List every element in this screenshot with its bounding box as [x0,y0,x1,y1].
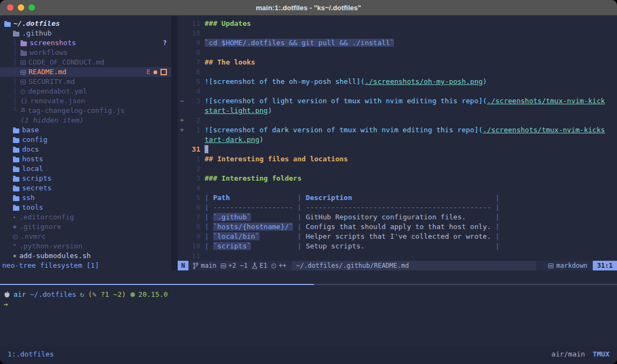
tree-item-tools[interactable]: tools [0,203,171,212]
tree-item-dependabot-yml[interactable]: │dependabot.yml [0,87,171,96]
folder-open-icon [4,22,11,27]
folder-icon [13,177,19,182]
line-number: 6 [186,203,200,212]
asterisk-icon: * [13,241,17,251]
editor-line[interactable]: 10| `scripts` | Setup scripts. | [178,241,617,251]
tree-item-label: base [22,125,39,135]
tree-item-label: ssh [22,193,34,203]
file-icon [20,70,26,75]
line-text: | `hosts/{hostname}/` | Configs that sho… [200,222,500,232]
editor-line[interactable]: 6| ------------------- | ---------------… [178,203,617,212]
editor-line[interactable]: 4 [178,183,617,193]
git-sync-icon: ↻ [80,290,85,299]
tree-item-tag-changelog-config-js[interactable]: └JStag-changelog-config.js [0,106,171,116]
editor-line[interactable]: 2 [178,164,617,174]
editor-line[interactable]: +2 [178,116,617,125]
line-number: 11 [186,19,200,28]
editor-line[interactable]: 7| `.github` | GitHub Repository configu… [178,212,617,222]
tree-item-config[interactable]: config [0,135,171,145]
editor-line[interactable]: 8| `hosts/{hostname}/` | Configs that sh… [178,222,617,232]
git-changes: +2 ~1 [221,262,248,269]
tmux-window-tab[interactable]: 1:.dotfiles [8,350,54,358]
tree-item-nvmrc[interactable]: .nvmrc [0,232,171,241]
editor-line[interactable]: 11 [178,251,617,261]
tree-item-python-version[interactable]: *.python-version [0,241,171,251]
editor-buffer[interactable]: 11### Updates109`cd $HOME/.dotfiles && g… [178,16,617,261]
editor-line[interactable]: 6 [178,67,617,77]
tree-item-base[interactable]: base [0,125,171,135]
gitsign-column [178,19,186,28]
play-icon: ▸ [13,212,17,222]
line-text: `cd $HOME/.dotfiles && git pull && ./ins… [200,38,394,48]
editor-line[interactable]: 9`cd $HOME/.dotfiles && git pull && ./in… [178,38,617,48]
line-text: | `local/bin` | Helper scripts that I've… [200,232,500,241]
editor-line[interactable]: 7## The looks [178,58,617,67]
node-icon [130,291,136,298]
editor-line[interactable]: 3### Interesting folders [178,174,617,183]
zoom-window-button[interactable] [29,4,35,11]
line-text [200,28,205,38]
editor-pane: 11### Updates109`cd $HOME/.dotfiles && g… [178,16,617,270]
editor-line[interactable]: 8 [178,48,617,58]
tree-item-hosts[interactable]: hosts [0,154,171,164]
folder-icon [13,167,19,172]
tree-item-1-hidden-item[interactable]: (1 hidden item) [0,116,171,125]
pane-separator[interactable] [171,16,178,270]
neotree-status: neo-tree filesystem [1] [0,261,171,270]
tree-item-renovate-json[interactable]: │{}renovate.json [0,96,171,106]
editor-line[interactable]: 9| `local/bin` | Helper scripts that I'v… [178,232,617,241]
editor-line[interactable]: 10 [178,28,617,38]
editor-line[interactable]: start-light.png) [178,106,617,116]
editor-line[interactable]: 11### Updates [178,19,617,28]
tree-item-readme-md[interactable]: │README.mdE [0,67,171,77]
gitsign-column [178,154,186,164]
folder-icon [13,196,19,201]
line-text: tart-dark.png) [200,135,264,145]
diagnostics: E1 [252,262,267,269]
tree-item-workflows[interactable]: │workflows [0,48,171,58]
tree-item-dotfiles[interactable]: ~/.dotfiles [0,19,171,28]
tree-item-screenshots[interactable]: │screenshots? [0,38,171,48]
minimize-window-button[interactable] [18,4,24,11]
editor-line[interactable]: +1![screenshot of dark version of tmux w… [178,125,617,135]
editor-line[interactable]: 5![screenshot of the oh-my-posh shell](.… [178,77,617,87]
tree-item-gitignore[interactable]: ◆.gitignore [0,222,171,232]
shell-pane[interactable]: air ~/.dotfiles ↻ (✎ ?1 ~2) 20.15.0 → [0,285,617,346]
line-text [200,48,205,58]
branch-name: main [201,262,216,269]
editor-line[interactable]: 31 [178,145,617,154]
line-text [200,87,205,96]
tree-item-editorconfig[interactable]: ▸.editorconfig [0,212,171,222]
tree-item-security-md[interactable]: │SECURITY.md [0,77,171,87]
tree-item-scripts[interactable]: scripts [0,174,171,183]
tree-item-local[interactable]: local [0,164,171,174]
git-status-open: ( [88,290,92,299]
tree-item-label: scripts [22,174,52,183]
close-window-button[interactable] [7,4,13,11]
gitsign-column [178,183,186,193]
line-number: 2 [186,116,200,125]
editor-line[interactable]: tart-dark.png) [178,135,617,145]
editor-line[interactable]: 5| Path | Description | [178,193,617,203]
tree-guide: └ [13,106,20,116]
line-number: 11 [186,251,200,261]
terminal-window: main:1:.dotfiles - "ks~/.dotfiles" ~/.do… [0,0,617,364]
tree-item-github[interactable]: .github [0,28,171,38]
line-text [200,183,205,193]
tree-guide: │ [13,87,20,96]
prompt-arrow[interactable]: → [0,299,617,309]
cursor-position: 31:1 [593,261,617,270]
tree-item-code-of-conduct-md[interactable]: │CODE_OF_CONDUCT.md [0,58,171,67]
extra-count: ++ [278,262,286,269]
tree-item-secrets[interactable]: secrets [0,183,171,193]
tree-item-add-submodules-sh[interactable]: ▪add-submodules.sh [0,251,171,261]
folder-open-icon [13,32,19,37]
error-badge: E [146,67,150,77]
editor-line[interactable]: 4 [178,87,617,96]
tree-item-ssh[interactable]: ssh [0,193,171,203]
tree-item-docs[interactable]: docs [0,145,171,154]
tree-guide: │ [13,96,20,106]
editor-line[interactable]: 1## Interesting files and locations [178,154,617,164]
changes-count: +2 ~1 [228,262,248,269]
editor-line[interactable]: ~3![screenshot of light version of tmux … [178,96,617,106]
